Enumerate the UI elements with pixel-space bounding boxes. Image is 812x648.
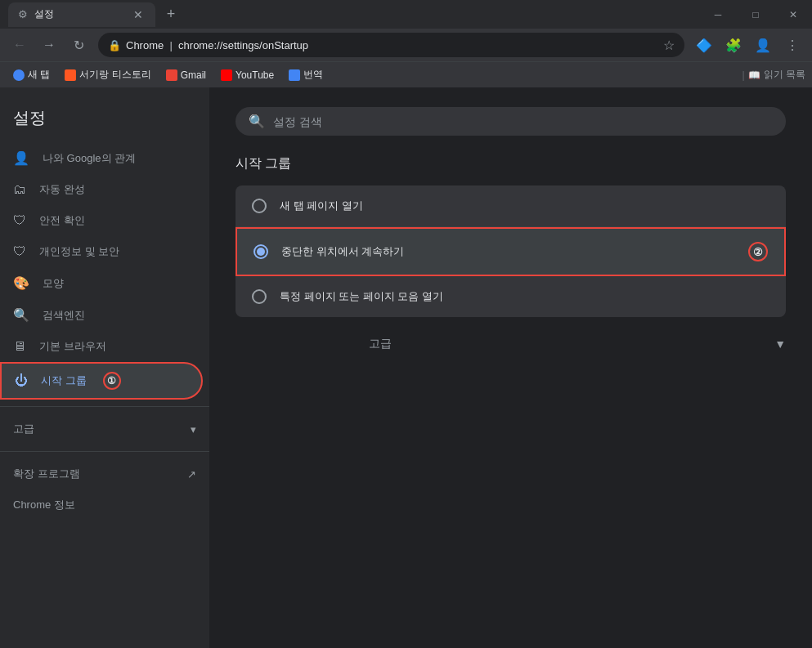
bookmark-translate[interactable]: 번역 [282, 65, 330, 85]
sidebar-extensions-link[interactable]: 확장 프로그램 ↗ [0, 458, 209, 489]
bookmark-tistory-label: 서기랑 티스토리 [79, 68, 150, 82]
menu-button[interactable]: ⋮ [779, 32, 805, 58]
title-bar-left: ⚙ 설정 ✕ + [8, 2, 183, 27]
settings-content: 🔍 시작 그룹 새 탭 페이지 열기 중단한 위치에서 계속하기 ② 특정 페 [209, 87, 812, 648]
sidebar-chrome-info-label: Chrome 정보 [13, 498, 75, 512]
advanced-section[interactable]: 고급 ▼ [236, 337, 786, 351]
sidebar-label-browser: 기본 브라우저 [39, 339, 106, 354]
sidebar-item-profile[interactable]: 👤 나와 Google의 관계 [0, 142, 203, 174]
window-controls: ─ □ ✕ [699, 0, 812, 29]
option-new-tab-label: 새 탭 페이지 열기 [280, 199, 769, 213]
search-engine-icon: 🔍 [13, 307, 29, 323]
sidebar-label-safety: 안전 확인 [39, 213, 85, 228]
reading-list-section: | 📖 읽기 목록 [742, 68, 805, 82]
new-tab-button[interactable]: + [159, 2, 183, 27]
bookmark-new-tab[interactable]: 새 탭 [7, 65, 56, 85]
sidebar-extensions-label: 확장 프로그램 [13, 467, 80, 481]
advanced-label: 고급 [369, 337, 392, 351]
sidebar-item-appearance[interactable]: 🎨 모양 [0, 267, 203, 299]
option-continue-label: 중단한 위치에서 계속하기 [281, 244, 735, 259]
secure-icon: 🔒 [108, 39, 121, 51]
sidebar-item-startup[interactable]: ⏻ 시작 그룹 ① [0, 362, 203, 400]
appearance-icon: 🎨 [13, 275, 29, 291]
bookmark-tistory[interactable]: 서기랑 티스토리 [58, 65, 157, 85]
youtube-icon [221, 69, 232, 81]
bookmark-youtube-label: YouTube [236, 69, 274, 81]
sidebar-label-startup: 시작 그룹 [41, 373, 87, 388]
title-bar: ⚙ 설정 ✕ + ─ □ ✕ [0, 0, 812, 29]
nav-right-icons: 🔷 🧩 👤 ⋮ [691, 32, 805, 58]
refresh-button[interactable]: ↻ [65, 32, 92, 58]
reading-list-icon: 📖 [748, 69, 760, 81]
browser-icon: 🖥 [13, 339, 26, 354]
sidebar-label-search: 검색엔진 [43, 308, 85, 323]
minimize-button[interactable]: ─ [699, 0, 737, 29]
navigation-bar: ← → ↻ 🔒 Chrome | chrome://settings/onSta… [0, 29, 812, 61]
profile-avatar[interactable]: 👤 [750, 32, 776, 58]
close-button[interactable]: ✕ [774, 0, 812, 29]
sidebar-divider [0, 406, 209, 407]
radio-new-tab[interactable] [252, 199, 267, 213]
sidebar-divider-2 [0, 451, 209, 452]
gmail-icon [166, 69, 177, 81]
restore-button[interactable]: □ [737, 0, 774, 29]
advanced-chevron-icon: ▼ [774, 337, 786, 351]
settings-gear-icon: ⚙ [18, 8, 28, 20]
sidebar-item-privacy[interactable]: 🛡 개인정보 및 보안 [0, 236, 203, 267]
option-continue[interactable]: 중단한 위치에서 계속하기 ② [236, 227, 786, 276]
active-tab[interactable]: ⚙ 설정 ✕ [8, 2, 155, 27]
option-specific-pages-label: 특정 페이지 또는 페이지 모음 열기 [280, 289, 769, 304]
sidebar-label-profile: 나와 Google의 관계 [43, 151, 136, 166]
sidebar-label-appearance: 모양 [43, 276, 64, 291]
bookmark-new-tab-label: 새 탭 [28, 68, 50, 82]
sidebar-chrome-info-link[interactable]: Chrome 정보 [0, 489, 209, 521]
forward-button[interactable]: → [36, 32, 62, 58]
autofill-icon: 🗂 [13, 182, 26, 197]
settings-search-bar: 🔍 [236, 107, 786, 136]
sidebar-item-browser[interactable]: 🖥 기본 브라우저 [0, 331, 203, 362]
browser-profile-icon[interactable]: 🔷 [691, 32, 717, 58]
sidebar-item-autofill[interactable]: 🗂 자동 완성 [0, 174, 203, 205]
tab-close-button[interactable]: ✕ [131, 7, 146, 22]
sidebar-title: 설정 [0, 101, 209, 142]
back-button[interactable]: ← [7, 32, 33, 58]
sidebar-item-search[interactable]: 🔍 검색엔진 [0, 299, 203, 331]
bookmark-gmail-label: Gmail [181, 69, 206, 81]
search-wrapper: 🔍 [236, 107, 786, 136]
bookmark-star-icon[interactable]: ☆ [663, 38, 675, 53]
continue-badge: ② [748, 242, 768, 261]
reading-list-divider: | [742, 69, 745, 81]
reading-list-label: 읽기 목록 [764, 68, 805, 82]
option-new-tab[interactable]: 새 탭 페이지 열기 [236, 185, 786, 227]
radio-continue[interactable] [253, 244, 268, 259]
address-bar[interactable]: 🔒 Chrome | chrome://settings/onStartup ☆ [98, 33, 684, 57]
sidebar-advanced-chevron-icon: ▾ [191, 423, 196, 436]
privacy-icon: 🛡 [13, 244, 26, 259]
bookmark-youtube[interactable]: YouTube [214, 66, 280, 84]
option-specific-pages[interactable]: 특정 페이지 또는 페이지 모음 열기 [236, 276, 786, 317]
startup-options-card: 새 탭 페이지 열기 중단한 위치에서 계속하기 ② 특정 페이지 또는 페이지… [236, 185, 786, 317]
translate-icon [289, 69, 300, 81]
tab-area: ⚙ 설정 ✕ + [8, 2, 183, 27]
bookmark-translate-label: 번역 [303, 68, 323, 82]
main-layout: 설정 👤 나와 Google의 관계 🗂 자동 완성 🛡 안전 확인 🛡 개인정… [0, 87, 812, 648]
sidebar-item-safety[interactable]: 🛡 안전 확인 [0, 205, 203, 236]
settings-sidebar: 설정 👤 나와 Google의 관계 🗂 자동 완성 🛡 안전 확인 🛡 개인정… [0, 87, 209, 648]
bookmark-gmail[interactable]: Gmail [159, 66, 213, 84]
search-icon: 🔍 [249, 114, 265, 129]
settings-search-input[interactable] [273, 115, 773, 128]
sidebar-advanced-toggle[interactable]: 고급 ▾ [0, 413, 209, 445]
startup-badge: ① [103, 372, 121, 390]
sidebar-label-autofill: 자동 완성 [39, 182, 85, 197]
sidebar-advanced-label: 고급 [13, 422, 34, 436]
profile-icon: 👤 [13, 150, 29, 166]
external-link-icon: ↗ [187, 468, 196, 480]
new-tab-bookmark-icon [13, 69, 25, 81]
sidebar-label-privacy: 개인정보 및 보안 [39, 244, 119, 259]
startup-icon: ⏻ [15, 373, 28, 388]
extensions-icon[interactable]: 🧩 [720, 32, 747, 58]
tab-label: 설정 [34, 7, 54, 21]
radio-specific-pages[interactable] [252, 289, 267, 304]
safety-icon: 🛡 [13, 213, 26, 228]
tistory-icon [65, 69, 76, 81]
